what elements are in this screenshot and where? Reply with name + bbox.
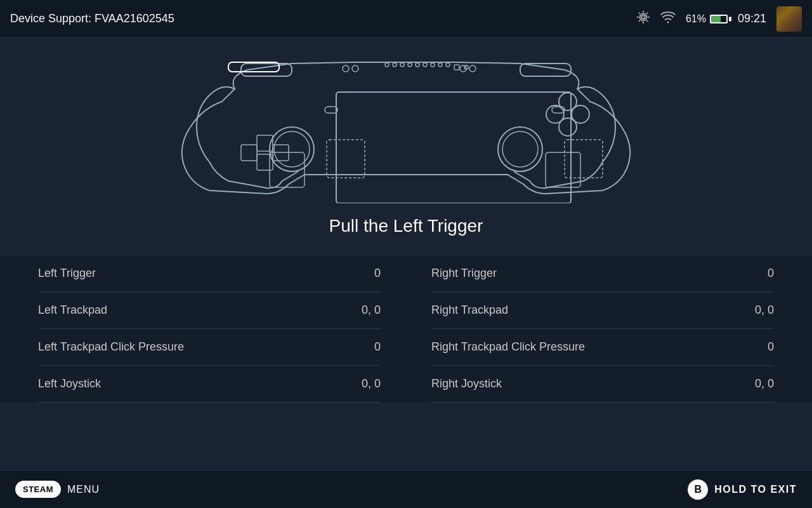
settings-icon[interactable]	[636, 10, 650, 27]
instruction-label: Pull the Left Trigger	[329, 216, 483, 236]
steam-logo[interactable]: STEAM	[15, 481, 61, 498]
table-row: Left Trackpad Click Pressure 0	[38, 329, 381, 366]
page-title: Device Support: FVAA21602545	[10, 12, 174, 25]
clock-display: 09:21	[738, 12, 766, 25]
b-button-icon[interactable]: B	[688, 479, 708, 500]
table-row: Right Trackpad Click Pressure 0	[431, 329, 774, 366]
svg-point-17	[469, 65, 476, 72]
table-row: Left Trigger 0	[38, 255, 381, 292]
svg-point-32	[502, 131, 538, 167]
hold-to-exit-button[interactable]: B HOLD TO EXIT	[688, 479, 797, 500]
svg-point-15	[446, 63, 450, 67]
left-column: Left Trigger 0 Left Trackpad 0, 0 Left T…	[38, 255, 381, 403]
svg-rect-18	[454, 65, 459, 70]
svg-point-36	[559, 93, 577, 110]
controller-diagram	[165, 51, 647, 203]
right-trigger-label: Right Trigger	[431, 267, 497, 280]
header-controls: 61% 09:21	[636, 6, 802, 32]
left-trackpad-value: 0, 0	[362, 304, 381, 317]
b-button-label: B	[695, 484, 702, 495]
battery-icon	[710, 15, 728, 23]
svg-point-12	[423, 63, 427, 67]
battery-percent: 61%	[686, 13, 706, 25]
data-area: Left Trigger 0 Left Trackpad 0, 0 Left T…	[0, 255, 812, 403]
svg-point-11	[416, 63, 419, 67]
menu-label: MENU	[67, 484, 100, 495]
svg-point-5	[343, 65, 349, 72]
right-column: Right Trigger 0 Right Trackpad 0, 0 Righ…	[431, 255, 774, 403]
svg-point-6	[352, 65, 358, 72]
battery-display: 61%	[686, 13, 728, 25]
right-trackpad-value: 0, 0	[755, 304, 774, 317]
left-trackpad-click-value: 0	[374, 340, 381, 354]
svg-rect-20	[241, 145, 257, 161]
table-row: Right Trigger 0	[431, 255, 774, 292]
header-bar: Device Support: FVAA21602545 61%	[0, 0, 812, 38]
right-trackpad-click-value: 0	[768, 340, 774, 354]
controller-area: Pull the Left Trigger	[0, 38, 812, 243]
right-trackpad-label: Right Trackpad	[431, 304, 508, 317]
svg-point-8	[393, 63, 396, 67]
svg-point-1	[639, 14, 646, 21]
avatar[interactable]	[776, 6, 802, 32]
svg-point-2	[667, 22, 669, 23]
left-trackpad-click-label: Left Trackpad Click Pressure	[38, 340, 184, 354]
steam-menu-button[interactable]: STEAM MENU	[15, 481, 100, 498]
svg-rect-27	[327, 140, 365, 178]
table-row: Right Trackpad 0, 0	[431, 292, 774, 329]
right-joystick-label: Right Joystick	[431, 377, 502, 391]
left-trigger-label: Left Trigger	[38, 267, 96, 280]
svg-point-13	[431, 63, 435, 67]
svg-point-24	[270, 127, 314, 171]
data-grid: Left Trigger 0 Left Trackpad 0, 0 Left T…	[38, 255, 774, 403]
svg-point-9	[400, 63, 404, 67]
footer-bar: STEAM MENU B HOLD TO EXIT	[0, 470, 812, 508]
hold-to-exit-label: HOLD TO EXIT	[714, 484, 797, 495]
svg-point-31	[498, 127, 542, 171]
left-trigger-value: 0	[374, 267, 381, 280]
right-trigger-value: 0	[768, 267, 774, 280]
table-row: Left Trackpad 0, 0	[38, 292, 381, 329]
svg-point-0	[641, 15, 645, 19]
right-joystick-value: 0, 0	[755, 377, 774, 391]
right-trackpad-click-label: Right Trackpad Click Pressure	[431, 340, 585, 354]
left-trackpad-label: Left Trackpad	[38, 304, 107, 317]
table-row: Left Joystick 0, 0	[38, 366, 381, 403]
svg-point-10	[408, 63, 412, 67]
svg-point-7	[385, 63, 389, 67]
svg-point-14	[438, 63, 442, 67]
left-joystick-value: 0, 0	[362, 377, 381, 391]
table-row: Right Joystick 0, 0	[431, 366, 774, 403]
wifi-icon	[660, 11, 676, 27]
left-joystick-label: Left Joystick	[38, 377, 101, 391]
